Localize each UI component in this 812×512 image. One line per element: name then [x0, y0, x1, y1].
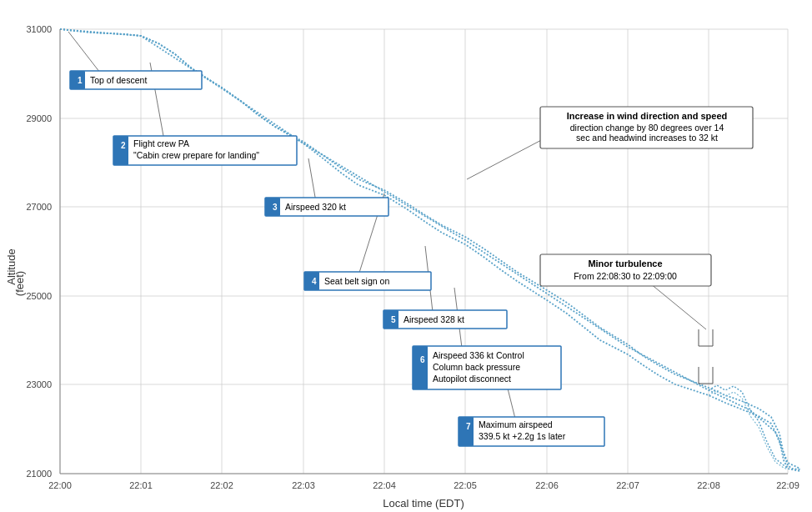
svg-text:Airspeed 320 kt: Airspeed 320 kt [285, 202, 346, 212]
svg-text:Top of descent: Top of descent [90, 75, 147, 85]
svg-text:29000: 29000 [26, 113, 52, 123]
svg-text:22:01: 22:01 [129, 480, 153, 490]
svg-text:22:05: 22:05 [454, 480, 477, 490]
svg-text:sec and headwind increases to : sec and headwind increases to 32 kt [576, 133, 718, 143]
svg-text:"Cabin crew prepare for landin: "Cabin crew prepare for landing" [133, 150, 259, 160]
svg-text:23000: 23000 [26, 379, 52, 389]
svg-text:22:09: 22:09 [776, 480, 799, 490]
svg-text:Increase in wind direction and: Increase in wind direction and speed [567, 111, 728, 121]
svg-text:Flight crew PA: Flight crew PA [133, 138, 189, 148]
svg-text:21000: 21000 [26, 469, 52, 479]
svg-text:22:07: 22:07 [616, 480, 639, 490]
svg-text:31000: 31000 [26, 24, 52, 34]
svg-text:Airspeed 336 kt Control: Airspeed 336 kt Control [433, 350, 524, 360]
svg-text:Autopilot disconnect: Autopilot disconnect [433, 374, 511, 384]
svg-line-44 [467, 138, 546, 179]
svg-text:(feet): (feet) [13, 271, 26, 296]
svg-text:Seat belt sign on: Seat belt sign on [324, 276, 389, 286]
svg-text:22:08: 22:08 [697, 480, 720, 490]
svg-text:5: 5 [391, 315, 396, 324]
svg-text:Local time (EDT): Local time (EDT) [383, 497, 464, 509]
svg-text:7: 7 [466, 422, 471, 431]
svg-text:25000: 25000 [26, 291, 52, 301]
svg-text:22:06: 22:06 [535, 480, 559, 490]
svg-text:Column back pressure: Column back pressure [433, 362, 520, 372]
svg-line-42 [650, 284, 706, 329]
svg-text:27000: 27000 [26, 202, 52, 212]
svg-text:2: 2 [121, 141, 126, 150]
svg-text:direction change by 80 degrees: direction change by 80 degrees over 14 [570, 123, 724, 133]
svg-text:22:00: 22:00 [48, 480, 72, 490]
svg-text:6: 6 [420, 355, 425, 364]
svg-text:22:04: 22:04 [373, 480, 396, 490]
svg-text:4: 4 [312, 277, 317, 286]
svg-text:From 22:08:30 to 22:09:00: From 22:08:30 to 22:09:00 [574, 271, 677, 281]
svg-text:22:02: 22:02 [210, 480, 233, 490]
svg-text:339.5 kt +2.2g 1s later: 339.5 kt +2.2g 1s later [479, 431, 566, 441]
svg-text:3: 3 [273, 203, 278, 212]
svg-rect-67 [413, 346, 428, 389]
chart-container: .axis-label { font-family: Arial, sans-s… [0, 0, 812, 512]
svg-text:Airspeed 328 kt: Airspeed 328 kt [403, 314, 464, 324]
svg-text:Minor turbulence: Minor turbulence [588, 259, 662, 269]
svg-text:1: 1 [78, 76, 83, 85]
svg-text:22:03: 22:03 [292, 480, 315, 490]
svg-text:Maximum airspeed: Maximum airspeed [479, 419, 553, 429]
